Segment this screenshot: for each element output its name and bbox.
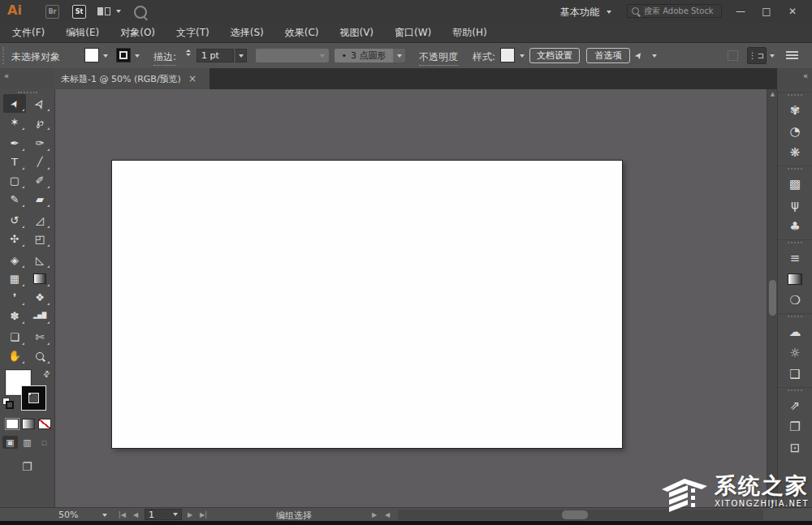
hscroll-right-icon[interactable]: ▶	[372, 511, 377, 519]
fill-chevron-icon[interactable]	[103, 54, 108, 58]
tab-close-icon[interactable]: ×	[188, 73, 197, 84]
close-button[interactable]: ✕	[780, 0, 806, 23]
artboard-tool[interactable]: ❏	[3, 328, 26, 346]
stock-search-input[interactable]: 搜索 Adobe Stock	[627, 4, 722, 18]
menu-item-help[interactable]: 帮助(H)	[442, 23, 497, 42]
isolate-selection-icon[interactable]: ➤	[633, 49, 646, 62]
zoom-chevron-icon[interactable]	[102, 514, 107, 517]
dock-group-grip[interactable]	[778, 92, 812, 100]
menu-item-select[interactable]: 选择(S)	[220, 23, 274, 42]
zoom-tool[interactable]	[28, 346, 51, 365]
stroke-weight-chevron-icon[interactable]	[235, 49, 247, 62]
stroke-weight-value[interactable]: 1 pt	[197, 49, 234, 62]
first-artboard-button[interactable]: |◀	[119, 511, 126, 519]
mesh-tool[interactable]: ▦	[3, 269, 26, 288]
last-artboard-button[interactable]: ▶|	[200, 511, 207, 519]
collapse-toolbar-icon[interactable]: «	[4, 71, 8, 80]
isolate-chevron-icon[interactable]	[652, 54, 657, 58]
artboard-navigation-dropdown[interactable]: 1	[145, 509, 182, 520]
workspace-chevron-icon[interactable]	[607, 11, 611, 14]
stroke-swatch[interactable]	[22, 386, 45, 410]
pen-tool[interactable]: ✒	[3, 134, 26, 153]
panel-menu-icon[interactable]	[786, 51, 798, 59]
slice-tool[interactable]: ✄	[28, 328, 51, 346]
free-transform-tool[interactable]: ◰	[28, 230, 51, 248]
bridge-icon[interactable]: Br	[45, 5, 59, 19]
curvature-tool[interactable]: ✑	[28, 134, 51, 153]
swatches-panel[interactable]: ▩	[778, 174, 812, 195]
direct-selection-tool[interactable]: ➤	[28, 94, 51, 113]
symbol-sprayer-tool[interactable]: ✽	[3, 307, 26, 325]
maximize-button[interactable]: □	[754, 0, 780, 23]
shaper-tool[interactable]: ✎	[3, 190, 26, 209]
default-fill-stroke-icon[interactable]	[2, 398, 12, 407]
opacity-label[interactable]: 不透明度	[419, 50, 458, 66]
line-segment-tool[interactable]: ╱	[28, 153, 51, 171]
stroke-panel[interactable]: ≡	[778, 247, 812, 269]
paintbrush-tool[interactable]: ✐	[28, 171, 51, 190]
gradient-button[interactable]	[22, 419, 35, 429]
cc-libraries-panel[interactable]: ☁	[778, 321, 812, 342]
menu-item-object[interactable]: 对象(O)	[110, 23, 166, 42]
blend-tool[interactable]: ❖	[28, 288, 51, 307]
transparency-panel[interactable]: ❍	[778, 290, 812, 311]
menu-item-type[interactable]: 文字(T)	[166, 23, 220, 42]
vertical-scrollbar[interactable]: ▲ ▼	[767, 89, 777, 507]
stroke-weight-label[interactable]: 描边:	[153, 50, 176, 66]
appearance-panel[interactable]: ☼	[778, 342, 812, 364]
draw-behind-icon[interactable]: ▥	[19, 436, 35, 449]
type-tool[interactable]: T	[3, 153, 26, 171]
none-button[interactable]	[38, 419, 51, 429]
rectangle-tool[interactable]: ▢	[3, 171, 26, 190]
menu-item-edit[interactable]: 编辑(E)	[55, 23, 110, 42]
layers-panel[interactable]: ❐	[778, 416, 812, 437]
zoom-level-value[interactable]: 50%	[58, 510, 78, 520]
style-swatch[interactable]	[500, 48, 515, 62]
eyedropper-tool[interactable]: ❜	[3, 288, 26, 307]
document-setup-button[interactable]: 文档设置	[529, 48, 580, 63]
horizontal-scrollbar-thumb[interactable]	[562, 510, 588, 519]
vertical-scrollbar-thumb[interactable]	[769, 280, 776, 316]
draw-normal-icon[interactable]: ▣	[2, 436, 18, 449]
shape-builder-tool[interactable]: ◈	[3, 251, 26, 269]
document-tab[interactable]: 未标题-1 @ 50% (RGB/预览) ×	[54, 68, 209, 89]
color-button[interactable]	[6, 419, 19, 429]
arrange-documents-icon[interactable]	[97, 7, 112, 16]
dock-group-grip[interactable]	[778, 239, 812, 247]
dock-options-icon[interactable]: ⋮⊐	[747, 47, 767, 64]
recolor-artwork-panel[interactable]: ❋	[778, 142, 812, 163]
fill-color-swatch[interactable]	[84, 48, 99, 62]
color-guide-panel[interactable]: ◔	[778, 121, 812, 142]
brush-definition-dropdown[interactable]: • 3 点圆形	[335, 49, 393, 62]
share-icon[interactable]	[134, 6, 147, 19]
menu-item-effect[interactable]: 效果(C)	[274, 23, 330, 42]
column-graph-tool[interactable]: ▂▅█	[28, 307, 51, 325]
dock-group-grip[interactable]	[778, 387, 812, 395]
menu-item-window[interactable]: 窗口(W)	[384, 23, 442, 42]
gradient-tool[interactable]	[28, 269, 51, 288]
lasso-tool[interactable]: ℘	[28, 113, 51, 131]
width-profile-dropdown[interactable]	[256, 49, 329, 62]
color-panel[interactable]: ✾	[778, 100, 812, 121]
style-chevron-icon[interactable]	[520, 54, 525, 58]
selection-tool[interactable]: ➤	[3, 94, 26, 113]
brushes-panel[interactable]: ψ	[778, 195, 812, 216]
tools-panel-grip[interactable]	[18, 92, 37, 93]
workspace-switcher[interactable]: 基本功能	[560, 6, 599, 19]
perspective-grid-tool[interactable]: ◺	[28, 251, 51, 269]
eraser-tool[interactable]: ▰	[28, 190, 51, 209]
minimize-button[interactable]: —	[728, 0, 754, 23]
asset-export-panel[interactable]: ⇗	[778, 395, 812, 416]
screen-mode-icon[interactable]: ❐	[22, 460, 32, 473]
hand-tool[interactable]: ✋	[3, 346, 26, 365]
width-tool[interactable]: ✣	[3, 230, 26, 248]
gradient-panel[interactable]	[778, 269, 812, 290]
menu-item-view[interactable]: 视图(V)	[329, 23, 384, 42]
preferences-button[interactable]: 首选项	[586, 48, 630, 63]
scale-tool[interactable]: ◿	[28, 211, 51, 230]
control-bar-grip[interactable]	[2, 47, 4, 64]
hscroll-left-icon[interactable]: ◀	[385, 511, 390, 519]
rotate-tool[interactable]: ↺	[3, 211, 26, 230]
artboards-panel[interactable]: ⊡	[778, 437, 812, 458]
menu-item-file[interactable]: 文件(F)	[2, 23, 55, 42]
